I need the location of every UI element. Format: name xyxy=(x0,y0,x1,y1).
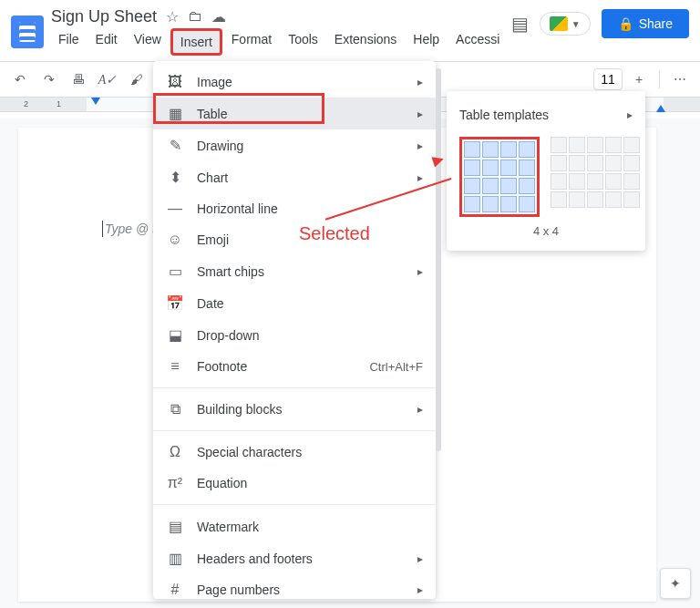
pi-icon: π² xyxy=(166,475,184,491)
print-button[interactable]: 🖶 xyxy=(66,67,91,92)
insert-headers-and-footers[interactable]: ▥Headers and footers▸ xyxy=(153,542,436,574)
menu-extensions[interactable]: Extensions xyxy=(327,28,404,56)
footnote-icon: ≡ xyxy=(166,358,184,375)
blocks-icon: ⧉ xyxy=(166,401,184,417)
menu-format[interactable]: Format xyxy=(224,28,279,56)
grid-cell[interactable] xyxy=(587,137,603,153)
star-icon[interactable]: ☆ xyxy=(166,8,179,26)
menu-item-label: Page numbers xyxy=(197,582,405,597)
grid-cell[interactable] xyxy=(569,191,585,208)
redo-button[interactable]: ↷ xyxy=(36,67,62,92)
grid-cell[interactable] xyxy=(482,160,499,176)
grid-cell[interactable] xyxy=(569,155,585,171)
explore-button[interactable]: ✦ xyxy=(660,568,691,599)
grid-cell[interactable] xyxy=(519,160,535,176)
insert-emoji[interactable]: ☺Emoji xyxy=(153,224,436,255)
menu-help[interactable]: Help xyxy=(406,28,447,56)
grid-cell[interactable] xyxy=(464,196,480,212)
font-size-input[interactable] xyxy=(593,68,623,90)
grid-cell[interactable] xyxy=(623,137,640,153)
insert-equation[interactable]: π²Equation xyxy=(153,468,436,499)
insert-placeholder[interactable]: Type @ t xyxy=(102,221,156,237)
doc-title[interactable]: Sign Up Sheet xyxy=(51,7,157,26)
table-templates-item[interactable]: Table templates ▸ xyxy=(447,100,645,129)
grid-cell[interactable] xyxy=(569,137,585,153)
grid-cell[interactable] xyxy=(605,191,622,208)
menu-file[interactable]: File xyxy=(51,28,87,56)
lock-icon: 🔒 xyxy=(618,16,633,31)
insert-building-blocks[interactable]: ⧉Building blocks▸ xyxy=(153,394,436,425)
grid-cell[interactable] xyxy=(551,155,567,171)
table-size-picker-extended[interactable] xyxy=(551,137,640,217)
menu-item-label: Footnote xyxy=(197,359,356,374)
insert-footnote[interactable]: ≡FootnoteCtrl+Alt+F xyxy=(153,351,436,382)
menu-item-label: Equation xyxy=(197,476,423,490)
grid-cell[interactable] xyxy=(482,178,499,194)
grid-cell[interactable] xyxy=(500,196,517,212)
insert-date[interactable]: 📅Date xyxy=(153,287,436,319)
grid-cell[interactable] xyxy=(605,155,622,171)
submenu-arrow-icon: ▸ xyxy=(417,171,423,184)
grid-cell[interactable] xyxy=(605,173,622,190)
insert-image[interactable]: 🖼Image▸ xyxy=(153,67,436,98)
grid-cell[interactable] xyxy=(519,196,535,212)
comment-history-icon[interactable]: ▤ xyxy=(511,13,529,35)
grid-cell[interactable] xyxy=(464,178,480,194)
docs-app-icon[interactable] xyxy=(11,15,44,48)
cloud-status-icon[interactable]: ☁ xyxy=(211,8,226,26)
grid-cell[interactable] xyxy=(623,173,640,190)
menu-tools[interactable]: Tools xyxy=(281,28,325,56)
insert-special-characters[interactable]: ΩSpecial characters xyxy=(153,437,436,468)
grid-cell[interactable] xyxy=(519,178,535,194)
grid-cell[interactable] xyxy=(482,196,499,212)
grid-cell[interactable] xyxy=(587,173,603,190)
grid-cell[interactable] xyxy=(500,141,517,158)
insert-watermark[interactable]: ▤Watermark xyxy=(153,510,436,542)
insert-table[interactable]: ▦Table▸ xyxy=(153,98,436,129)
submenu-arrow-icon: ▸ xyxy=(417,583,423,596)
submenu-arrow-icon: ▸ xyxy=(417,76,423,88)
grid-cell[interactable] xyxy=(519,141,535,158)
table-size-picker[interactable] xyxy=(464,141,535,212)
spellcheck-button[interactable]: A✓ xyxy=(95,67,120,92)
grid-cell[interactable] xyxy=(551,173,567,190)
menu-item-label: Date xyxy=(197,296,423,311)
move-icon[interactable]: 🗀 xyxy=(188,8,202,26)
grid-cell[interactable] xyxy=(482,141,499,158)
grid-cell[interactable] xyxy=(605,137,622,153)
grid-cell[interactable] xyxy=(623,191,640,208)
menu-view[interactable]: View xyxy=(127,28,169,56)
submenu-arrow-icon: ▸ xyxy=(417,403,423,416)
menu-edit[interactable]: Edit xyxy=(88,28,125,56)
insert-smart-chips[interactable]: ▭Smart chips▸ xyxy=(153,255,436,287)
grid-cell[interactable] xyxy=(587,155,603,171)
menu-item-label: Table xyxy=(197,107,405,121)
insert-drawing[interactable]: ✎Drawing▸ xyxy=(153,129,436,161)
menu-item-label: Drop-down xyxy=(197,328,423,343)
grid-cell[interactable] xyxy=(500,160,517,176)
grid-cell[interactable] xyxy=(569,173,585,190)
more-toolbar-button[interactable]: ⋯ xyxy=(667,67,693,92)
grid-cell[interactable] xyxy=(623,155,640,171)
grid-cell[interactable] xyxy=(464,160,480,176)
grid-cell[interactable] xyxy=(464,141,480,158)
menu-insert[interactable]: Insert xyxy=(170,28,222,56)
right-indent-marker-icon[interactable] xyxy=(656,105,665,112)
meet-button[interactable]: ▼ xyxy=(540,12,591,36)
menu-item-label: Building blocks xyxy=(197,402,405,417)
font-size-increase-button[interactable]: + xyxy=(626,67,652,92)
menu-separator xyxy=(153,430,436,431)
menu-accessi[interactable]: Accessi xyxy=(448,28,507,56)
grid-cell[interactable] xyxy=(551,191,567,208)
grid-cell[interactable] xyxy=(500,178,517,194)
indent-marker-icon[interactable] xyxy=(91,98,100,105)
insert-drop-down[interactable]: ⬓Drop-down xyxy=(153,319,436,351)
undo-button[interactable]: ↶ xyxy=(7,67,33,92)
share-button[interactable]: 🔒 Share xyxy=(602,9,689,38)
grid-cell[interactable] xyxy=(587,191,603,208)
dropdown-scrollbar[interactable] xyxy=(436,68,441,451)
paint-format-button[interactable]: 🖌 xyxy=(124,67,149,92)
grid-cell[interactable] xyxy=(551,137,567,153)
insert-chart[interactable]: ⬍Chart▸ xyxy=(153,161,436,193)
insert-page-numbers[interactable]: #Page numbers▸ xyxy=(153,574,436,605)
